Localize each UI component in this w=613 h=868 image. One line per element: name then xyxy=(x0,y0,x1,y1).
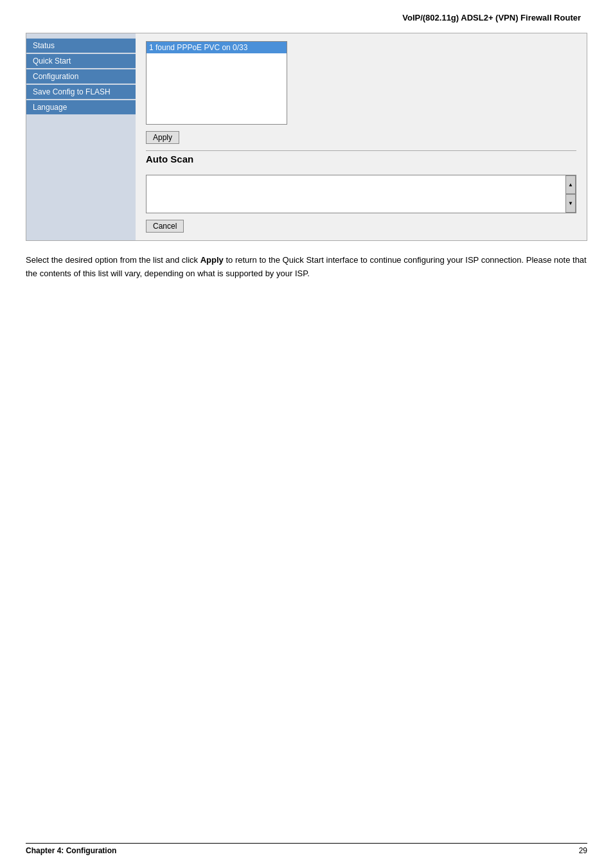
page-footer: Chapter 4: Configuration 29 xyxy=(26,843,587,855)
sidebar-item-status[interactable]: Status xyxy=(26,39,136,53)
apply-button[interactable]: Apply xyxy=(146,131,179,144)
sidebar-item-language[interactable]: Language xyxy=(26,100,136,114)
scroll-buttons: ▲ ▼ xyxy=(565,175,576,213)
router-interface: Status Quick Start Configuration Save Co… xyxy=(26,33,587,241)
footer-chapter: Chapter 4: Configuration xyxy=(26,846,116,855)
description-bold-apply: Apply xyxy=(200,255,224,265)
description-text: Select the desired option from the list … xyxy=(26,254,587,281)
pvc-list-item[interactable]: 1 found PPPoE PVC on 0/33 xyxy=(147,42,287,53)
page-header-title: VoIP/(802.11g) ADSL2+ (VPN) Firewall Rou… xyxy=(26,13,587,22)
sidebar-item-save-config[interactable]: Save Config to FLASH xyxy=(26,85,136,99)
cancel-button[interactable]: Cancel xyxy=(146,220,184,233)
auto-scan-box: ▲ ▼ xyxy=(146,175,576,213)
main-content: 1 found PPPoE PVC on 0/33 Apply Auto Sca… xyxy=(136,33,587,240)
page-wrapper: VoIP/(802.11g) ADSL2+ (VPN) Firewall Rou… xyxy=(0,0,613,868)
scroll-down-button[interactable]: ▼ xyxy=(565,194,576,213)
footer-page: 29 xyxy=(579,846,587,855)
pvc-list-box[interactable]: 1 found PPPoE PVC on 0/33 xyxy=(146,41,287,125)
scroll-up-button[interactable]: ▲ xyxy=(565,175,576,194)
sidebar-item-quick-start[interactable]: Quick Start xyxy=(26,54,136,68)
sidebar: Status Quick Start Configuration Save Co… xyxy=(26,33,136,240)
description-text-before-bold: Select the desired option from the list … xyxy=(26,255,200,265)
auto-scan-header: Auto Scan xyxy=(146,150,576,170)
sidebar-item-configuration[interactable]: Configuration xyxy=(26,69,136,84)
